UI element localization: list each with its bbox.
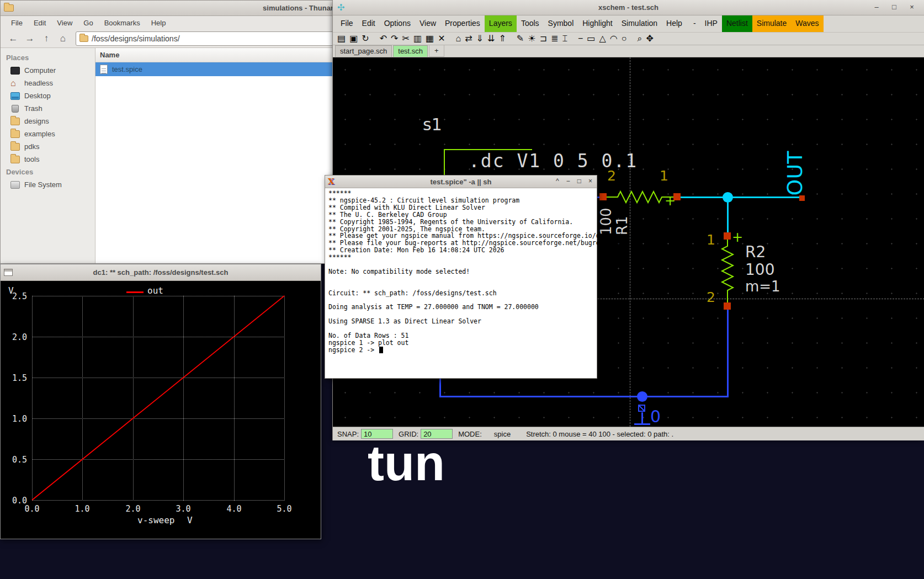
circle-icon[interactable]: ○ (622, 33, 627, 45)
gnd-attach-box[interactable] (638, 405, 645, 412)
r2-pin1-square[interactable] (724, 232, 731, 240)
plot-titlebar[interactable]: dc1: ** sch_path: /foss/designs/test.sch (1, 264, 321, 281)
thunar-menu-item[interactable]: Help (146, 17, 171, 29)
gnd-net-label[interactable]: 0 (650, 407, 661, 426)
push-down-icon[interactable]: ⇊ (487, 33, 495, 45)
xschem-menu-item[interactable]: Options (380, 15, 415, 32)
wire-r2-to-bottom[interactable] (727, 309, 729, 397)
r2-ref-label[interactable]: R2 (745, 243, 766, 261)
sidebar-place-item[interactable]: Desktop (1, 89, 95, 102)
draw-pencil-icon[interactable]: ✎ (517, 33, 524, 45)
r2-mult-label[interactable]: m=1 (745, 278, 780, 295)
back-icon[interactable]: ← (5, 31, 22, 46)
terminal-window-button[interactable]: − (566, 177, 570, 185)
xschem-menu-item[interactable]: Properties (440, 15, 485, 32)
sidebar-place-item[interactable]: examples (1, 128, 95, 140)
places-header: Places (1, 51, 95, 64)
reload-icon[interactable]: ↻ (362, 33, 369, 45)
open-file-icon[interactable]: ▤ (337, 33, 346, 45)
y-tick-label: 1.5 (5, 373, 27, 382)
thunar-menu-item[interactable]: View (52, 17, 77, 29)
redo-icon[interactable]: ↷ (391, 33, 398, 45)
menu-dash[interactable]: - (689, 15, 700, 32)
grid-input[interactable]: 20 (421, 429, 453, 439)
netlist-lines-icon[interactable]: ≣ (551, 33, 558, 45)
r2-value-label[interactable]: 100 (745, 261, 774, 279)
descend-symbol-icon[interactable]: ⌂ (456, 33, 461, 45)
delete-icon[interactable]: ✕ (438, 33, 445, 45)
terminal-window-button[interactable]: × (588, 177, 592, 185)
r2-resistor-symbol[interactable] (720, 240, 735, 302)
sidebar-place-item[interactable]: Computer (1, 64, 95, 77)
out-net-label[interactable]: OUT (783, 151, 807, 196)
sidebar-place-item[interactable]: tools (1, 153, 95, 166)
forward-icon[interactable]: → (22, 31, 38, 46)
xschem-menu-item[interactable]: Tools (517, 15, 544, 32)
xschem-window-button[interactable]: × (907, 3, 916, 11)
arc-icon[interactable]: ◠ (610, 33, 618, 45)
rectangle-icon[interactable]: ▭ (587, 33, 595, 45)
xschem-tab[interactable]: start_page.sch (335, 45, 392, 57)
menu-simulate[interactable]: Simulate (752, 15, 791, 32)
sidebar-place-item[interactable]: headless (1, 77, 95, 89)
zoom-fit-icon[interactable]: ✥ (646, 33, 653, 45)
wire-bottom[interactable] (439, 396, 729, 397)
xschem-window-button[interactable]: – (872, 3, 881, 11)
line-icon[interactable]: − (578, 33, 583, 45)
filesystem-icon (10, 181, 20, 189)
gnd-bar[interactable] (634, 423, 650, 425)
cut-icon[interactable]: ✂ (402, 33, 409, 45)
wire-out-to-r2[interactable] (727, 196, 729, 237)
thunar-menu-item[interactable]: Bookmarks (99, 17, 145, 29)
terminal-window-button[interactable]: ^ (556, 177, 559, 185)
menu-netlist[interactable]: Netlist (722, 15, 752, 32)
swap-icon[interactable]: ⇄ (465, 33, 472, 45)
zoom-icon[interactable]: ⌕ (637, 33, 642, 45)
xschem-menu-item[interactable]: Help (662, 15, 687, 32)
save-icon[interactable]: ▣ (349, 33, 358, 45)
terminal-window-button[interactable]: □ (577, 177, 581, 185)
xschem-menu-item[interactable]: Simulation (617, 15, 662, 32)
terminal-titlebar[interactable]: X test.spice" -a || sh ^−□× (325, 176, 597, 188)
paste-icon[interactable]: ▦ (426, 33, 434, 45)
go-up-icon[interactable]: ⇑ (498, 33, 506, 45)
junction-dot-out[interactable] (723, 192, 733, 203)
r1-value-label[interactable]: 100 (598, 208, 614, 235)
go-down-icon[interactable]: ⇓ (476, 33, 484, 45)
xschem-titlebar[interactable]: ✣ xschem - test.sch –□× (333, 0, 924, 15)
menu-ihp[interactable]: IHP (700, 15, 722, 32)
sidebar-place-item[interactable]: designs (1, 115, 95, 128)
thunar-menu-item[interactable]: Edit (29, 17, 51, 29)
terminal-output[interactable]: ******** ngspice-45.2 : Circuit level si… (325, 188, 597, 354)
symbol-mode-icon[interactable]: ⊐ (540, 33, 547, 45)
home-icon[interactable]: ⌂ (55, 31, 71, 46)
xschem-menu-item[interactable]: Highlight (578, 15, 617, 32)
thunar-menu-item[interactable]: File (6, 17, 28, 29)
wire-out-net[interactable] (680, 196, 802, 198)
r2-pin2-square[interactable] (724, 302, 731, 310)
sidebar-device-item[interactable]: File System (1, 178, 95, 191)
pin-icon[interactable]: ⌶ (562, 33, 567, 45)
xschem-window-button[interactable]: □ (890, 3, 899, 11)
sidebar-place-item[interactable]: pdks (1, 140, 95, 153)
menu-waves[interactable]: Waves (791, 15, 823, 32)
copy-icon[interactable]: ▥ (413, 33, 422, 45)
out-pin-square[interactable] (799, 195, 805, 201)
sidebar-place-item[interactable]: Trash (1, 102, 95, 115)
toggle-light-icon[interactable]: ☀ (528, 33, 535, 45)
up-icon[interactable]: ↑ (38, 31, 55, 46)
xschem-menu-item[interactable]: Layers (485, 15, 517, 32)
junction-dot-gnd[interactable] (637, 391, 647, 402)
undo-icon[interactable]: ↶ (380, 33, 387, 45)
xschem-menu-item[interactable]: Edit (358, 15, 380, 32)
terminal-line: Note: No compatibility mode selected! (328, 268, 597, 275)
snap-input[interactable]: 10 (361, 429, 393, 439)
xschem-tab[interactable]: + (429, 45, 444, 57)
xschem-menu-item[interactable]: Symbol (544, 15, 578, 32)
xschem-tab[interactable]: test.sch (393, 45, 428, 57)
polygon-icon[interactable]: △ (599, 33, 606, 45)
thunar-menu-item[interactable]: Go (78, 17, 98, 29)
xschem-menu-item[interactable]: File (336, 15, 358, 32)
xschem-menu-item[interactable]: View (415, 15, 440, 32)
gnd-stem[interactable] (641, 412, 643, 423)
